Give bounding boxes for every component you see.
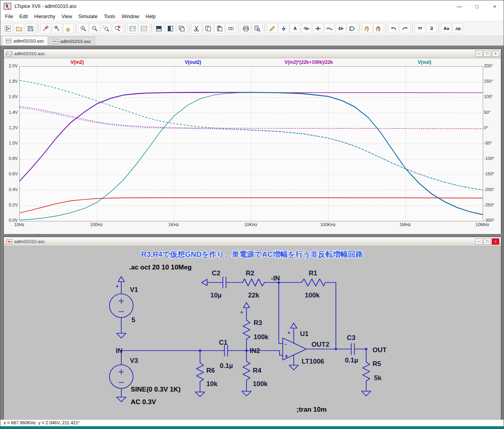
schematic-window: adlm01010.asc — □ × R3,R4で仮想GNDを作り、単電源でA… — [4, 237, 501, 420]
legend-v-out[interactable]: V(out) — [418, 59, 432, 65]
wave-restore-button[interactable]: □ — [484, 50, 491, 57]
menu-item-help[interactable]: Help — [142, 12, 159, 21]
print-preview-icon[interactable] — [252, 23, 263, 33]
menu-item-window[interactable]: Window — [119, 12, 142, 21]
menu-item-hierarchy[interactable]: Hierarchy — [31, 12, 59, 21]
net-labels[interactable]: IN IN2 -IN OUT2 OUT — [116, 275, 387, 355]
waveform-window-controls: — □ × — [474, 50, 499, 57]
y-right-tick: 100° — [484, 94, 501, 99]
spice-directive-ac[interactable]: .ac oct 20 10 10Meg — [129, 264, 192, 271]
cascade-icon[interactable] — [176, 23, 187, 33]
find-icon[interactable] — [226, 23, 236, 33]
save-icon[interactable] — [25, 23, 36, 33]
legend-v-out2[interactable]: V(out2) — [185, 59, 201, 65]
zoom-out-icon[interactable] — [89, 23, 100, 33]
component-icon[interactable] — [347, 23, 358, 33]
tile-vertical-icon[interactable] — [165, 23, 176, 33]
drag-icon[interactable] — [373, 23, 384, 33]
y-left-tick: 1.0V — [4, 141, 18, 146]
tab-label: adlm01010.asc — [60, 39, 91, 44]
capacitor-C2[interactable]: C2 10µ — [210, 269, 226, 299]
schem-minimize-button[interactable]: — — [475, 238, 483, 245]
schematic-window-titlebar[interactable]: adlm01010.asc — □ × — [4, 237, 501, 246]
y-left-tick: 0.2V — [4, 202, 18, 208]
wires[interactable] — [121, 282, 366, 397]
inductor-icon[interactable] — [324, 23, 335, 33]
spice-directive-tran[interactable]: ;tran 10m — [296, 406, 327, 413]
spice-directive-icon[interactable]: .op — [452, 23, 463, 33]
menu-item-view[interactable]: View — [58, 12, 75, 21]
ground-icon[interactable] — [278, 23, 289, 33]
resistor-R3[interactable]: R3 100k — [243, 319, 269, 341]
wave-minimize-button[interactable]: — — [475, 50, 483, 57]
svg-text:5: 5 — [132, 316, 135, 324]
toolbar-separator — [439, 24, 439, 33]
tab-waveform[interactable]: adlm01010.asc — [2, 36, 48, 45]
legend-gain-expr[interactable]: V(in2)*(22k+100k)/22k — [284, 59, 333, 65]
power-flags[interactable]: + + + — [116, 277, 297, 336]
net-label-minus-in: -IN — [271, 275, 280, 282]
y-right-tick: -50° — [484, 141, 501, 146]
zoom-in-icon[interactable] — [78, 23, 89, 33]
trace-gain-mag — [20, 93, 483, 181]
svg-text:100k: 100k — [253, 380, 268, 388]
svg-text:U1: U1 — [300, 330, 309, 338]
schematic-canvas[interactable]: R3,R4で仮想GNDを作り、単電源でAC増幅を行う非反転増幅回路 .ac oc… — [4, 246, 501, 420]
redo-icon[interactable] — [400, 23, 410, 33]
waveform-plot[interactable] — [19, 66, 483, 221]
text-icon[interactable]: Aa — [441, 23, 452, 33]
tile-horizontal-icon[interactable] — [154, 23, 164, 33]
voltage-source-V1[interactable]: V1 5 — [109, 286, 138, 324]
open-icon[interactable] — [14, 23, 24, 33]
rotate-icon[interactable]: E — [415, 23, 425, 33]
resistor-R2[interactable]: R2 22k — [243, 269, 265, 299]
move-icon[interactable] — [362, 23, 372, 33]
menu-item-file[interactable]: File — [2, 12, 16, 21]
resistor-R6[interactable]: R6 10k — [196, 363, 218, 388]
toolbar-separator — [76, 24, 76, 33]
resistor-R1[interactable]: R1 100k — [302, 269, 325, 299]
wave-close-button[interactable]: × — [492, 50, 499, 57]
run-icon[interactable] — [2, 23, 13, 33]
menu-item-edit[interactable]: Edit — [16, 12, 31, 21]
print-icon[interactable] — [241, 23, 251, 33]
menu-item-tools[interactable]: Tools — [101, 12, 119, 21]
waveform-window-titlebar[interactable]: adlm01010.asc — □ × — [4, 49, 501, 58]
schem-restore-button[interactable]: □ — [484, 238, 491, 245]
tab-schematic[interactable]: adlm01010.asc — [49, 37, 95, 45]
pause-icon[interactable] — [63, 23, 74, 33]
copy-icon[interactable] — [203, 23, 213, 33]
label-icon[interactable]: A — [290, 23, 300, 33]
plot-conf-icon[interactable] — [139, 23, 149, 33]
y-left-tick: 1.2V — [4, 125, 18, 130]
svg-text:0.1µ: 0.1µ — [220, 362, 233, 370]
probe-icon[interactable] — [40, 23, 51, 33]
halt-icon[interactable] — [52, 23, 62, 33]
capacitor-icon[interactable] — [313, 23, 323, 33]
voltage-source-V3[interactable]: V3 SINE(0 0.3V 1K) AC 0.3V — [109, 357, 181, 406]
waveform-traces — [20, 67, 483, 221]
cut-icon[interactable] — [191, 23, 202, 33]
x-axis-tick: 1KHz — [160, 222, 187, 227]
zoom-full-icon[interactable] — [112, 23, 123, 33]
diode-icon[interactable] — [335, 23, 346, 33]
paste-icon[interactable] — [214, 23, 225, 33]
close-button[interactable]: × — [486, 0, 504, 12]
mirror-icon[interactable]: E — [426, 23, 437, 33]
resistor-R5[interactable]: R5 5k — [363, 360, 382, 382]
schem-close-button[interactable]: × — [492, 238, 499, 245]
edit-icon[interactable] — [267, 23, 278, 33]
legend-v-in2[interactable]: V(in2) — [70, 59, 83, 65]
capacitor-C1[interactable]: C1 0.1µ — [219, 339, 233, 370]
zoom-area-icon[interactable] — [101, 23, 111, 33]
resistor-icon[interactable] — [301, 23, 312, 33]
x-axis-tick: 10Hz — [6, 222, 33, 227]
minimize-button[interactable]: — — [450, 0, 468, 12]
undo-icon[interactable] — [388, 23, 399, 33]
autorange-icon[interactable] — [127, 23, 138, 33]
titlebar: LTspice XVII - adlm01010.asc — □ × — [0, 0, 504, 12]
maximize-button[interactable]: □ — [468, 0, 486, 12]
toolbar-separator — [359, 24, 360, 33]
toolbar-separator — [189, 24, 189, 33]
menu-item-simulate[interactable]: Simulate — [75, 12, 101, 21]
